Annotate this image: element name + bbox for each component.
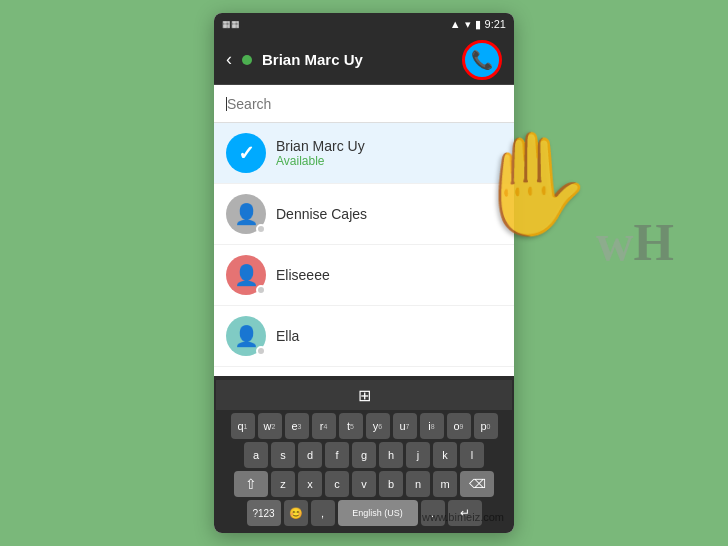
avatar-brian: ✓ [226, 133, 266, 173]
contact-item-brian[interactable]: ✓ Brian Marc Uy Available [214, 123, 514, 184]
person-icon-dennise: 👤 [234, 202, 259, 226]
key-space[interactable]: English (US) [338, 500, 418, 526]
phone-icon: 📞 [471, 49, 493, 71]
time-display: 9:21 [485, 18, 506, 30]
contact-info-eliseeee: Eliseeee [276, 267, 502, 283]
person-icon-eliseeee: 👤 [234, 263, 259, 287]
contact-info-dennise: Dennise Cajes [276, 206, 502, 222]
key-comma[interactable]: , [311, 500, 335, 526]
check-icon: ✓ [238, 141, 255, 165]
key-emoji[interactable]: 😊 [284, 500, 308, 526]
battery-icon: ▮ [475, 18, 481, 31]
contact-name-dennise: Dennise Cajes [276, 206, 502, 222]
key-shift[interactable]: ⇧ [234, 471, 268, 497]
key-a[interactable]: a [244, 442, 268, 468]
key-g[interactable]: g [352, 442, 376, 468]
key-r[interactable]: r4 [312, 413, 336, 439]
status-dot-ella [256, 346, 266, 356]
key-c[interactable]: c [325, 471, 349, 497]
header-title: Brian Marc Uy [262, 51, 452, 68]
key-w[interactable]: w2 [258, 413, 282, 439]
watermark-w: w [596, 214, 634, 271]
key-num-toggle[interactable]: ?123 [247, 500, 281, 526]
key-row-2: a s d f g h j k l [216, 442, 512, 468]
contact-item-dennise[interactable]: 👤 Dennise Cajes [214, 184, 514, 245]
signal-bars: ▲ [450, 18, 461, 30]
contact-name-eliseeee: Eliseeee [276, 267, 502, 283]
grid-icon: ⊞ [358, 386, 371, 405]
keyboard: ⊞ q1 w2 e3 r4 t5 y6 u7 i8 o9 p0 a s d [214, 376, 514, 533]
key-o[interactable]: o9 [447, 413, 471, 439]
online-indicator [242, 55, 252, 65]
key-m[interactable]: m [433, 471, 457, 497]
key-x[interactable]: x [298, 471, 322, 497]
key-y[interactable]: y6 [366, 413, 390, 439]
key-i[interactable]: i8 [420, 413, 444, 439]
key-delete[interactable]: ⌫ [460, 471, 494, 497]
avatar-dennise: 👤 [226, 194, 266, 234]
status-dot-dennise [256, 224, 266, 234]
wifi-icon: ▾ [465, 18, 471, 31]
person-icon-ella: 👤 [234, 324, 259, 348]
call-button[interactable]: 📞 [462, 40, 502, 80]
contact-status-brian: Available [276, 154, 502, 168]
search-input[interactable] [227, 96, 502, 112]
phone-screen: ▦▦ ▲ ▾ ▮ 9:21 ‹ Brian Marc Uy 📞 [214, 13, 514, 533]
key-row-3: ⇧ z x c v b n m ⌫ [216, 471, 512, 497]
site-label: www.bimeiz.com [422, 511, 504, 523]
key-d[interactable]: d [298, 442, 322, 468]
back-button[interactable]: ‹ [226, 49, 232, 70]
contact-info-brian: Brian Marc Uy Available [276, 138, 502, 168]
status-right: ▲ ▾ ▮ 9:21 [450, 18, 506, 31]
key-z[interactable]: z [271, 471, 295, 497]
key-u[interactable]: u7 [393, 413, 417, 439]
status-bar: ▦▦ ▲ ▾ ▮ 9:21 [214, 13, 514, 35]
app-header: ‹ Brian Marc Uy 📞 [214, 35, 514, 85]
key-f[interactable]: f [325, 442, 349, 468]
watermark-h: H [634, 214, 674, 271]
contact-name-brian: Brian Marc Uy [276, 138, 502, 154]
contact-list: ✓ Brian Marc Uy Available 👤 Dennise Caje… [214, 123, 514, 376]
key-q[interactable]: q1 [231, 413, 255, 439]
key-b[interactable]: b [379, 471, 403, 497]
contact-name-ella: Ella [276, 328, 502, 344]
key-t[interactable]: t5 [339, 413, 363, 439]
avatar-ella: 👤 [226, 316, 266, 356]
status-dot-eliseeee [256, 285, 266, 295]
key-h[interactable]: h [379, 442, 403, 468]
key-row-1: q1 w2 e3 r4 t5 y6 u7 i8 o9 p0 [216, 413, 512, 439]
key-gap-left [229, 442, 241, 468]
key-gap-right [487, 442, 499, 468]
key-l[interactable]: l [460, 442, 484, 468]
key-n[interactable]: n [406, 471, 430, 497]
avatar-eliseeee: 👤 [226, 255, 266, 295]
search-bar[interactable] [214, 85, 514, 123]
key-s[interactable]: s [271, 442, 295, 468]
contact-item-ella[interactable]: 👤 Ella [214, 306, 514, 367]
sim-icon: ▦▦ [222, 19, 240, 29]
key-p[interactable]: p0 [474, 413, 498, 439]
key-j[interactable]: j [406, 442, 430, 468]
status-left: ▦▦ [222, 19, 240, 29]
key-v[interactable]: v [352, 471, 376, 497]
keyboard-top-bar: ⊞ [216, 380, 512, 410]
key-k[interactable]: k [433, 442, 457, 468]
key-e[interactable]: e3 [285, 413, 309, 439]
contact-item-eliseeee[interactable]: 👤 Eliseeee [214, 245, 514, 306]
contact-info-ella: Ella [276, 328, 502, 344]
watermark: wH [596, 213, 674, 272]
